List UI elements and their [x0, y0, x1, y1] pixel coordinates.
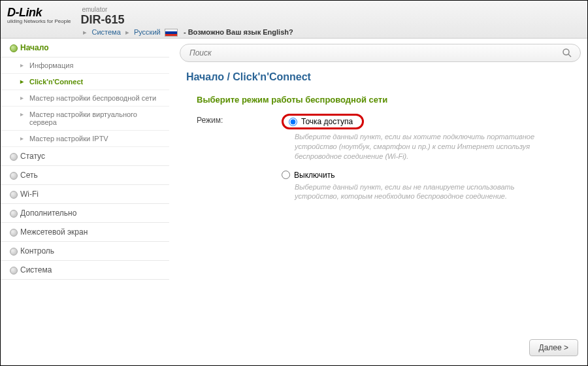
mode-label: Режим: [197, 114, 282, 210]
nav-label: Wi-Fi [20, 190, 39, 199]
nav-label: Начало [20, 43, 48, 52]
search-input[interactable] [189, 48, 557, 58]
nav-item-firewall[interactable]: Межсетевой экран [1, 223, 169, 242]
nav-sub-label: Информация [29, 61, 73, 69]
nav-label: Дополнительно [20, 208, 76, 218]
logo-tagline: uilding Networks for People [7, 18, 71, 24]
nav-item-advanced[interactable]: Дополнительно [1, 204, 169, 223]
flag-ru-icon [165, 29, 178, 37]
option-desc: Выберите данный пункт, если вы хотите по… [295, 132, 543, 161]
logo-text: D-Link [7, 6, 71, 20]
nav-label: Межсетевой экран [20, 227, 88, 237]
search-icon [562, 48, 572, 58]
breadcrumb: ▸ Система ▸ Русский - Возможно Ваш язык … [80, 28, 293, 37]
option-label: Выключить [294, 171, 335, 180]
radio-disable[interactable] [282, 171, 290, 179]
bc-lang-question[interactable]: - Возможно Ваш язык English? [184, 28, 293, 36]
chevron-icon: ▸ [125, 28, 129, 36]
nav-label: Контроль [20, 246, 54, 256]
sidebar: Начало Информация Click'n'Connect Мастер… [1, 39, 169, 365]
nav-sub-wireless-wizard[interactable]: Мастер настройки беспроводной сети [1, 90, 169, 107]
nav-item-control[interactable]: Контроль [1, 242, 169, 261]
nav-item-network[interactable]: Сеть [1, 166, 169, 185]
svg-line-1 [568, 54, 571, 57]
svg-point-0 [563, 49, 569, 55]
header-info: emulator DIR-615 ▸ Система ▸ Русский - В… [80, 6, 293, 37]
bc-system-link[interactable]: Система [91, 28, 120, 36]
nav-sub-label: Click'n'Connect [29, 78, 83, 86]
next-button[interactable]: Далее > [529, 339, 579, 356]
nav-sub-label: Мастер настройки беспроводной сети [29, 94, 156, 102]
radio-access-point[interactable] [289, 118, 297, 126]
nav-label: Система [20, 265, 52, 274]
page-title: Начало / Click'n'Connect [186, 71, 581, 83]
option-desc: Выберите данный пункт, если вы не планир… [295, 182, 543, 202]
nav-item-wifi[interactable]: Wi-Fi [1, 185, 169, 204]
section-title: Выберите режим работы беспроводной сети [197, 95, 581, 105]
nav-sub-label: Мастер настройки виртуального сервера [29, 110, 137, 126]
nav-item-start[interactable]: Начало [1, 39, 169, 58]
nav-label: Сеть [20, 171, 38, 180]
nav-sub-info[interactable]: Информация [1, 58, 169, 74]
nav-sub-label: Мастер настройки IPTV [29, 135, 108, 142]
search-box[interactable] [180, 44, 581, 62]
logo: D-Link uilding Networks for People [7, 6, 71, 24]
header: D-Link uilding Networks for People emula… [1, 1, 587, 39]
nav-sub-vserver-wizard[interactable]: Мастер настройки виртуального сервера [1, 107, 169, 131]
option-access-point: Точка доступа Выберите данный пункт, есл… [282, 114, 581, 161]
content: Начало / Click'n'Connect Выберите режим … [169, 39, 587, 365]
nav-sub-iptv-wizard[interactable]: Мастер настройки IPTV [1, 131, 169, 147]
main: Начало Информация Click'n'Connect Мастер… [1, 39, 587, 365]
mode-options: Точка доступа Выберите данный пункт, есл… [282, 114, 581, 210]
chevron-icon: ▸ [83, 28, 87, 36]
option-label: Точка доступа [301, 117, 353, 126]
nav-sub-clicknconnect[interactable]: Click'n'Connect [1, 74, 169, 90]
mode-row: Режим: Точка доступа Выберите данный пун… [197, 114, 581, 210]
nav-item-status[interactable]: Статус [1, 147, 169, 166]
option-disable: Выключить Выберите данный пункт, если вы… [282, 171, 581, 202]
nav-label: Статус [20, 152, 45, 161]
bc-lang-link[interactable]: Русский [134, 28, 161, 36]
highlight-marker: Точка доступа [282, 114, 364, 129]
nav-item-system[interactable]: Система [1, 261, 169, 280]
emulator-label: emulator [82, 6, 293, 13]
model-name: DIR-615 [80, 13, 293, 27]
